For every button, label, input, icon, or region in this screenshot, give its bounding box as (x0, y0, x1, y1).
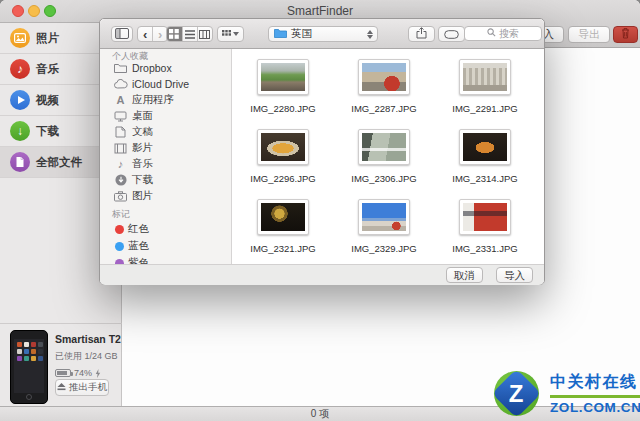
watermark-url: ZOL.COM.CN (550, 400, 640, 415)
grid-view-button[interactable] (167, 27, 182, 41)
file-thumbnail (459, 59, 511, 95)
file-name: IMG_2329.JPG (337, 243, 431, 254)
applications-icon: A (113, 95, 128, 106)
back-button[interactable]: ‹ (138, 27, 152, 41)
dialog-toolbar: ‹ › 英国 (100, 19, 544, 49)
search-placeholder: 搜索 (499, 27, 519, 41)
file-thumbnail (358, 59, 410, 95)
tags-header: 标记 (112, 208, 130, 221)
grid-view-icon (169, 29, 179, 39)
file-item[interactable]: IMG_2329.JPG (337, 199, 431, 254)
sidebar-item-icloud[interactable]: iCloud Drive (100, 76, 232, 92)
file-item[interactable]: IMG_2331.JPG (438, 199, 532, 254)
file-item[interactable]: IMG_2291.JPG (438, 59, 532, 114)
forward-button[interactable]: › (152, 27, 167, 41)
battery-icon (55, 369, 71, 377)
file-name: IMG_2306.JPG (337, 173, 431, 184)
file-grid: IMG_2280.JPG IMG_2287.JPG IMG_2291.JPG I… (232, 49, 544, 264)
items-count: 0 项 (311, 408, 329, 419)
cloud-icon (113, 79, 128, 89)
sidebar-item-downloads[interactable]: 下载 (100, 172, 232, 188)
share-button[interactable] (408, 26, 435, 42)
cancel-button[interactable]: 取消 (446, 267, 483, 283)
file-name: IMG_2280.JPG (236, 103, 330, 114)
tag-button[interactable] (438, 26, 465, 42)
downloads-circle-icon (113, 174, 128, 186)
phone-image (10, 330, 48, 404)
zol-watermark: Z 中关村在线 ZOL.COM.CN (494, 368, 640, 418)
arrange-menu-button[interactable] (217, 26, 244, 42)
column-view-icon (199, 30, 210, 39)
device-name: Smartisan T2 (55, 333, 121, 345)
sidebar-tag-blue[interactable]: 蓝色 (100, 238, 232, 254)
file-item[interactable]: IMG_2287.JPG (337, 59, 431, 114)
folder-name: 英国 (291, 27, 312, 41)
sidebar-tag-purple[interactable]: 紫色 (100, 255, 232, 264)
sidebar-item-desktop[interactable]: 桌面 (100, 108, 232, 124)
search-input[interactable]: 搜索 (464, 26, 542, 41)
sidebar-item-dropbox[interactable]: Dropbox (100, 60, 232, 76)
watermark-title: 中关村在线 (550, 372, 640, 393)
popup-chevrons-icon (367, 30, 373, 39)
folder-icon (113, 63, 128, 74)
folder-dropdown[interactable]: 英国 (268, 26, 378, 42)
list-view-button[interactable] (182, 27, 197, 41)
dialog-sidebar: 个人收藏 Dropbox iCloud Drive A 应用程序 桌面 文稿 (100, 49, 232, 264)
battery-percent: 74% (74, 368, 92, 378)
delete-button[interactable] (613, 26, 638, 43)
file-name: IMG_2291.JPG (438, 103, 532, 114)
sidebar-item-movies[interactable]: 影片 (100, 140, 232, 156)
file-name: IMG_2331.JPG (438, 243, 532, 254)
phone-screen (14, 339, 44, 393)
nav-buttons: ‹ › (137, 26, 168, 42)
file-name: IMG_2314.JPG (438, 173, 532, 184)
file-item[interactable]: IMG_2314.JPG (438, 129, 532, 184)
file-item[interactable]: IMG_2280.JPG (236, 59, 330, 114)
file-name: IMG_2287.JPG (337, 103, 431, 114)
music-note-icon: ♪ (113, 159, 128, 170)
file-thumbnail (257, 59, 309, 95)
photos-icon (10, 28, 30, 48)
movies-icon (113, 143, 128, 154)
sidebar-item-applications[interactable]: A 应用程序 (100, 92, 232, 108)
document-icon (10, 152, 30, 172)
chevron-right-icon: › (158, 28, 162, 41)
dialog-import-button[interactable]: 导入 (496, 267, 533, 283)
music-icon: ♪ (10, 59, 30, 79)
window-title: SmartFinder (0, 4, 640, 18)
eject-icon (57, 382, 66, 393)
file-item[interactable]: IMG_2296.JPG (236, 129, 330, 184)
file-thumbnail (257, 199, 309, 235)
sidebar-item-documents[interactable]: 文稿 (100, 124, 232, 140)
eject-phone-button[interactable]: 推出手机 (55, 379, 109, 396)
download-icon: ↓ (10, 121, 30, 141)
sidebar-item-pictures[interactable]: 图片 (100, 188, 232, 204)
app-window: SmartFinder 导入 导出 照片 ♪ 音乐 视频 ↓ 下载 全部文件 (0, 0, 640, 421)
red-tag-icon (115, 225, 124, 234)
watermark-underline (550, 395, 640, 398)
sidebar-tag-red[interactable]: 红色 (100, 221, 232, 237)
desktop-icon (113, 111, 128, 122)
search-icon (487, 28, 496, 39)
file-item[interactable]: IMG_2321.JPG (236, 199, 330, 254)
file-thumbnail (358, 199, 410, 235)
file-thumbnail (257, 129, 309, 165)
documents-icon (113, 126, 128, 138)
blue-tag-icon (115, 242, 124, 251)
export-button[interactable]: 导出 (568, 26, 610, 43)
zol-logo-icon: Z (492, 369, 541, 418)
camera-icon (113, 191, 128, 202)
file-thumbnail (459, 129, 511, 165)
toggle-sidebar-button[interactable] (111, 26, 133, 42)
folder-icon (274, 25, 287, 43)
file-item[interactable]: IMG_2306.JPG (337, 129, 431, 184)
file-name: IMG_2321.JPG (236, 243, 330, 254)
file-thumbnail (358, 129, 410, 165)
sidebar-item-music[interactable]: ♪ 音乐 (100, 156, 232, 172)
file-name: IMG_2296.JPG (236, 173, 330, 184)
phone-home-button (26, 394, 32, 400)
share-icon (416, 25, 427, 43)
trash-icon (621, 25, 630, 42)
open-file-dialog: ‹ › 英国 (99, 18, 545, 285)
column-view-button[interactable] (197, 27, 212, 41)
